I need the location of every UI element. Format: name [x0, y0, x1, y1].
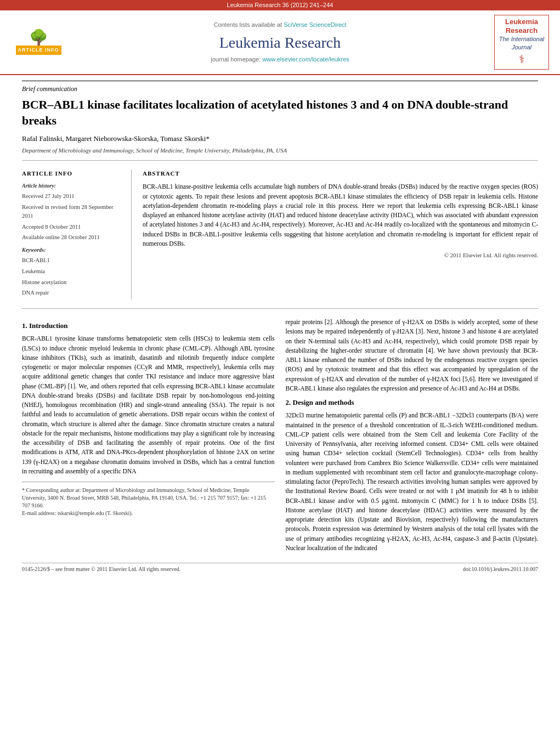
abstract-heading: ABSTRACT [143, 169, 538, 178]
journal-center: Contents lists available at SciVerse Sci… [66, 21, 494, 64]
banner-text: Leukemia Research 36 (2012) 241–244 [227, 2, 333, 8]
body-right-col: repair proteins [2]. Although the presen… [286, 318, 539, 557]
abstract-copyright: © 2011 Elsevier Ltd. All rights reserved… [143, 252, 538, 260]
page-footer: 0145-2126/$ – see front matter © 2011 El… [22, 563, 538, 573]
journal-logo-title: Leukemia Research [497, 18, 546, 35]
footnote-star: * Corresponding author at: Department of… [22, 487, 275, 510]
body-left-col: 1. Introduction BCR-ABL1 tyrosine kinase… [22, 318, 275, 557]
keyword-2: Leukemia [22, 267, 122, 276]
accepted-date: Accepted 8 October 2011 [22, 223, 122, 231]
footer-doi: doi:10.1016/j.leukres.2011.10.007 [463, 565, 538, 573]
top-banner: Leukemia Research 36 (2012) 241–244 [0, 0, 560, 10]
history-label: Article history: [22, 182, 122, 190]
journal-logo-box: Leukemia Research The International Jour… [494, 15, 549, 70]
intro-section-title: 1. Introduction [22, 321, 275, 331]
body-content: 1. Introduction BCR-ABL1 tyrosine kinase… [22, 318, 538, 557]
journal-title: Leukemia Research [66, 32, 494, 53]
elsevier-logo: 🌳 ARTICLE INFO [11, 30, 66, 55]
footnote-section: * Corresponding author at: Department of… [22, 482, 275, 517]
keywords-section: Keywords: BCR-ABL1 Leukemia Histone acet… [22, 246, 122, 297]
received-date: Received 27 July 2011 [22, 192, 122, 201]
article-title: BCR–ABL1 kinase facilitates localization… [22, 97, 538, 128]
article-info: ARTICLE INFO Article history: Received 2… [22, 169, 132, 299]
article-meta: ARTICLE INFO Article history: Received 2… [22, 169, 538, 309]
design-text: 32Dcl3 murine hematopoietic parental cel… [286, 411, 539, 553]
main-content: Brief communication BCR–ABL1 kinase faci… [0, 75, 560, 584]
keyword-3: Histone acetylation [22, 278, 122, 287]
right-col-text1: repair proteins [2]. Although the presen… [286, 318, 539, 393]
journal-logo-subtitle: The International Journal [497, 35, 546, 52]
abstract-section: ABSTRACT BCR-ABL1 kinase-positive leukem… [143, 169, 538, 299]
keyword-1: BCR-ABL1 [22, 256, 122, 265]
article-info-heading: ARTICLE INFO [22, 169, 122, 178]
keywords-label: Keywords: [22, 246, 122, 254]
available-date: Available online 28 October 2011 [22, 233, 122, 242]
sciverse-link: Contents lists available at SciVerse Sci… [66, 21, 494, 29]
homepage-link[interactable]: www.elsevier.com/locate/leukres [262, 56, 349, 63]
sciverse-anchor[interactable]: SciVerse ScienceDirect [284, 21, 346, 28]
abstract-text: BCR-ABL1 kinase-positive leukemia cells … [143, 182, 538, 248]
journal-header: 🌳 ARTICLE INFO Contents lists available … [0, 10, 560, 75]
footnote-email: E-mail address: tskarski@temple.edu (T. … [22, 510, 275, 517]
keyword-4: DNA repair [22, 289, 122, 297]
journal-homepage: journal homepage: www.elsevier.com/locat… [66, 55, 494, 64]
elsevier-label: ARTICLE INFO [16, 46, 61, 55]
received-revised-date: Received in revised form 28 September 20… [22, 203, 122, 220]
intro-text: BCR-ABL1 tyrosine kinase transforms hema… [22, 334, 275, 476]
footer-issn: 0145-2126/$ – see front matter © 2011 El… [22, 565, 180, 573]
authors: Rafal Falinski, Margaret Nieborowska-Sko… [22, 134, 538, 144]
elsevier-tree-icon: 🌳 [29, 30, 48, 46]
affiliation: Department of Microbiology and Immunolog… [22, 146, 538, 161]
design-section-title: 2. Design and methods [286, 398, 539, 408]
brief-communication-label: Brief communication [22, 81, 538, 94]
journal-logo-emblem-icon: ⚕ [497, 52, 546, 67]
